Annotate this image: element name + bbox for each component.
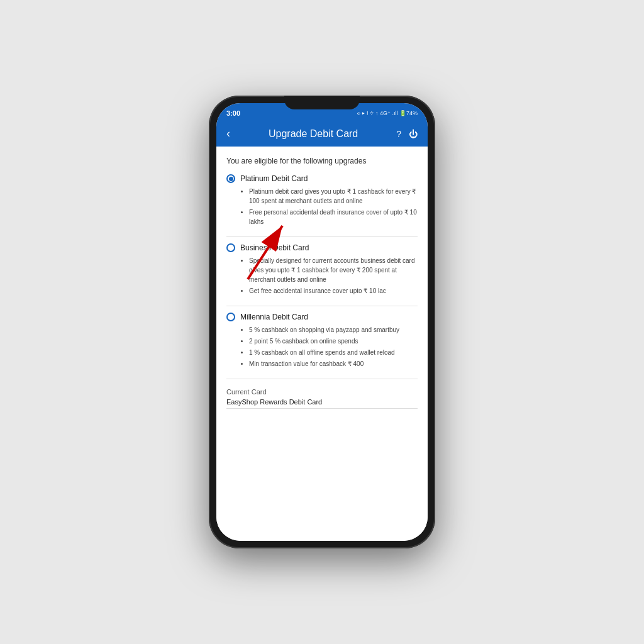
millennia-benefit-3: 1 % cashback on all offline spends and w… bbox=[249, 348, 418, 357]
eligibility-text: You are eligible for the following upgra… bbox=[226, 157, 418, 165]
content-area: You are eligible for the following upgra… bbox=[216, 147, 428, 541]
business-benefits: Specially designed for current accounts … bbox=[240, 256, 418, 296]
help-button[interactable]: ? bbox=[396, 129, 401, 139]
page-title: Upgrade Debit Card bbox=[230, 128, 396, 140]
card-name-business: Business Debit Card bbox=[240, 243, 309, 252]
radio-platinum[interactable] bbox=[226, 174, 235, 183]
current-card-label: Current Card bbox=[226, 388, 418, 396]
card-option-business-header: Business Debit Card bbox=[226, 243, 418, 252]
phone-screen: 3:00 ⊙ ▶ ! ᯤ↑ 4G⁺ .ıll 🔋74% ‹ Upgrade De… bbox=[216, 103, 428, 541]
phone-device: 3:00 ⊙ ▶ ! ᯤ↑ 4G⁺ .ıll 🔋74% ‹ Upgrade De… bbox=[209, 96, 435, 548]
header-actions: ? ⏻ bbox=[396, 129, 418, 139]
platinum-benefit-2: Free personal accidental death insurance… bbox=[249, 208, 418, 226]
current-card-section: Current Card EasyShop Rewards Debit Card bbox=[226, 386, 418, 409]
card-option-millennia-header: Millennia Debit Card bbox=[226, 313, 418, 321]
status-time: 3:00 bbox=[226, 109, 240, 117]
status-icons: ⊙ ▶ ! ᯤ↑ 4G⁺ .ıll 🔋74% bbox=[357, 110, 418, 116]
platinum-benefits: Platinum debit card gives you upto ₹ 1 c… bbox=[240, 187, 418, 226]
millennia-benefits: 5 % cashback on shopping via payzapp and… bbox=[240, 325, 418, 369]
divider-1 bbox=[226, 236, 418, 237]
app-header: ‹ Upgrade Debit Card ? ⏻ bbox=[216, 121, 428, 147]
signal-icons: ⊙ ▶ ! ᯤ↑ 4G⁺ .ıll 🔋74% bbox=[357, 110, 418, 116]
current-card-name: EasyShop Rewards Debit Card bbox=[226, 398, 418, 409]
card-option-millennia[interactable]: Millennia Debit Card 5 % cashback on sho… bbox=[226, 313, 418, 369]
platinum-benefit-1: Platinum debit card gives you upto ₹ 1 c… bbox=[249, 187, 418, 206]
phone-notch bbox=[284, 96, 360, 109]
divider-2 bbox=[226, 306, 418, 306]
card-option-business[interactable]: Business Debit Card Specially designed f… bbox=[226, 243, 418, 296]
card-name-millennia: Millennia Debit Card bbox=[240, 313, 308, 321]
card-name-platinum: Platinum Debit Card bbox=[240, 174, 308, 183]
divider-3 bbox=[226, 379, 418, 379]
millennia-benefit-4: Min transaction value for cashback ₹ 400 bbox=[249, 359, 418, 369]
card-option-platinum[interactable]: Platinum Debit Card Platinum debit card … bbox=[226, 174, 418, 226]
millennia-benefit-1: 5 % cashback on shopping via payzapp and… bbox=[249, 325, 418, 335]
radio-business[interactable] bbox=[226, 243, 235, 252]
millennia-benefit-2: 2 point 5 % cashback on online spends bbox=[249, 336, 418, 346]
business-benefit-2: Get free accidental insurance cover upto… bbox=[249, 286, 418, 296]
radio-millennia[interactable] bbox=[226, 313, 235, 321]
power-button[interactable]: ⏻ bbox=[409, 129, 418, 139]
business-benefit-1: Specially designed for current accounts … bbox=[249, 256, 418, 284]
card-option-platinum-header: Platinum Debit Card bbox=[226, 174, 418, 183]
